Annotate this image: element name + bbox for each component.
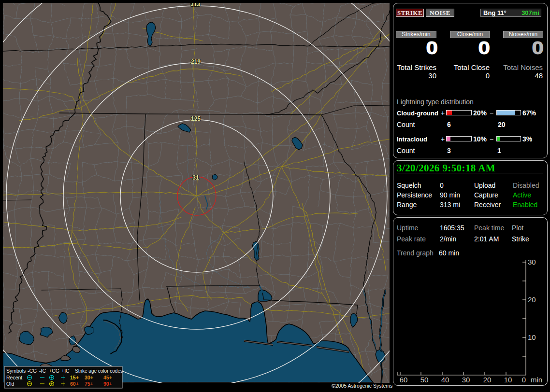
svg-text:90+: 90+: [103, 381, 112, 387]
svg-text:30+: 30+: [85, 375, 93, 380]
svg-text:60: 60: [400, 376, 408, 384]
svg-text:Symbols: Symbols: [6, 368, 26, 374]
svg-text:50: 50: [420, 376, 429, 384]
svg-text:60+: 60+: [70, 381, 79, 387]
svg-text:+CG: +CG: [49, 368, 59, 374]
svg-text:75+: 75+: [85, 381, 93, 387]
svg-text:20: 20: [483, 376, 492, 384]
svg-text:Recent: Recent: [6, 375, 22, 380]
svg-text:30: 30: [462, 376, 470, 384]
svg-text:15+: 15+: [70, 375, 79, 380]
svg-text:40: 40: [441, 376, 449, 384]
svg-text:219: 219: [191, 58, 201, 65]
svg-text:125: 125: [191, 115, 201, 122]
svg-text:-CG: -CG: [28, 368, 37, 374]
svg-text:Old: Old: [6, 381, 14, 387]
svg-text:313: 313: [190, 3, 200, 8]
svg-text:31: 31: [192, 174, 199, 181]
svg-text:-IC: -IC: [39, 368, 46, 374]
svg-text:+IC: +IC: [61, 368, 70, 374]
svg-text:10: 10: [504, 376, 512, 384]
svg-text:20: 20: [528, 295, 536, 304]
svg-text:45+: 45+: [103, 375, 112, 380]
svg-text:30: 30: [528, 258, 536, 266]
svg-text:10: 10: [528, 333, 536, 341]
svg-text:min: min: [531, 376, 542, 384]
svg-text:0: 0: [522, 376, 526, 384]
svg-text:Strike age color codes: Strike age color codes: [75, 368, 123, 374]
